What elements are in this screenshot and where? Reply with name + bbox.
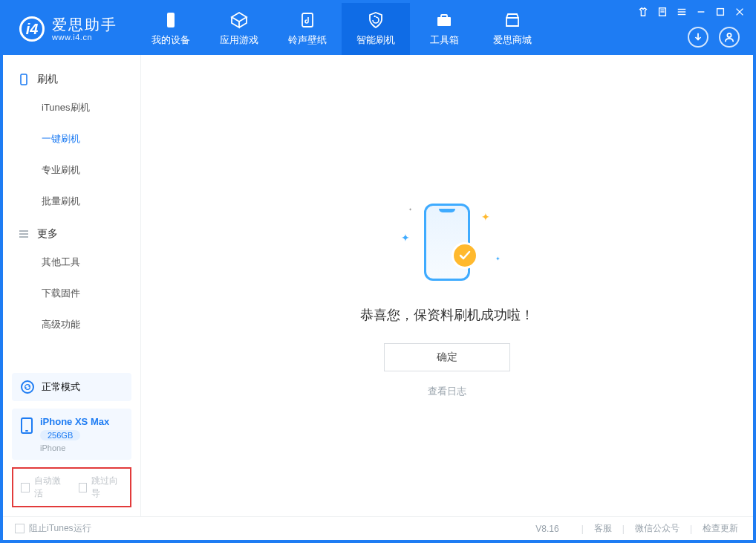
tab-smart-flash[interactable]: 智能刷机 xyxy=(342,3,410,55)
checkbox-box-icon xyxy=(15,524,25,533)
checkbox-label: 跳过向导 xyxy=(91,475,123,500)
download-button[interactable] xyxy=(688,27,708,48)
header-right-buttons xyxy=(688,27,740,48)
sync-icon xyxy=(21,380,34,394)
sidebar-group-flash[interactable]: 刷机 xyxy=(3,62,140,92)
device-type: iPhone xyxy=(40,443,109,452)
brand-url: www.i4.cn xyxy=(52,33,117,42)
phone-icon xyxy=(18,74,30,85)
footer-link-check-update[interactable]: 检查更新 xyxy=(700,522,741,535)
checkbox-label: 阻止iTunes运行 xyxy=(29,522,91,535)
account-button[interactable] xyxy=(719,27,740,48)
device-name: iPhone XS Max xyxy=(40,416,109,427)
tab-store[interactable]: 爱思商城 xyxy=(478,3,547,55)
sparkle-icon: ✦ xyxy=(481,211,490,223)
separator: | xyxy=(690,524,692,534)
device-capacity: 256GB xyxy=(40,430,80,440)
mode-status-card[interactable]: 正常模式 xyxy=(12,373,131,401)
device-icon xyxy=(162,11,180,29)
brand-name: 爱思助手 xyxy=(52,16,117,33)
ok-button[interactable]: 确定 xyxy=(384,343,510,371)
svg-rect-15 xyxy=(21,74,27,85)
separator: | xyxy=(622,524,625,534)
tab-label: 智能刷机 xyxy=(356,33,395,47)
footer-link-wechat[interactable]: 微信公众号 xyxy=(632,522,682,535)
sidebar-item-batch-flash[interactable]: 批量刷机 xyxy=(3,186,140,217)
svg-rect-0 xyxy=(167,13,175,27)
checkbox-auto-activate[interactable]: 自动激活 xyxy=(21,475,65,500)
checkbox-skip-guide[interactable]: 跳过向导 xyxy=(79,475,123,500)
sidebar-item-itunes-flash[interactable]: iTunes刷机 xyxy=(3,92,140,123)
tab-label: 爱思商城 xyxy=(493,33,532,47)
sparkle-icon: ✦ xyxy=(401,232,410,244)
success-panel: ✦ ✦ ✦ ✦ 恭喜您，保资料刷机成功啦！ 确定 查看日志 xyxy=(360,204,534,398)
device-card[interactable]: iPhone XS Max 256GB iPhone xyxy=(12,409,131,460)
checkbox-box-icon xyxy=(79,483,88,492)
success-title: 恭喜您，保资料刷机成功啦！ xyxy=(360,306,534,324)
app-window: i4 爱思助手 www.i4.cn 我的设备 应用游戏 铃声壁纸 智能刷机 xyxy=(0,0,756,543)
music-file-icon xyxy=(299,11,316,29)
sparkle-icon: ✦ xyxy=(408,207,412,212)
footer-link-support[interactable]: 客服 xyxy=(591,522,615,535)
note-icon[interactable] xyxy=(656,6,668,18)
shirt-icon[interactable] xyxy=(637,6,649,18)
tab-label: 工具箱 xyxy=(430,33,459,47)
check-badge-icon xyxy=(452,242,478,269)
tab-toolbox[interactable]: 工具箱 xyxy=(410,3,478,55)
sidebar-lower: 正常模式 iPhone XS Max 256GB iPhone 自动激活 xyxy=(3,364,140,516)
toolbox-icon xyxy=(435,11,453,29)
checkbox-box-icon xyxy=(21,483,30,492)
store-icon xyxy=(504,11,521,29)
body: 刷机 iTunes刷机 一键刷机 专业刷机 批量刷机 更多 其他工具 下载固件 … xyxy=(3,55,753,516)
window-controls xyxy=(637,6,746,18)
checkbox-row-highlight: 自动激活 跳过向导 xyxy=(12,467,131,507)
view-log-link[interactable]: 查看日志 xyxy=(428,385,466,398)
separator: | xyxy=(581,524,584,534)
device-info: iPhone XS Max 256GB iPhone xyxy=(40,416,109,452)
main-content: ✦ ✦ ✦ ✦ 恭喜您，保资料刷机成功啦！ 确定 查看日志 xyxy=(141,55,753,516)
svg-rect-1 xyxy=(302,13,313,27)
logo[interactable]: i4 爱思助手 www.i4.cn xyxy=(3,16,131,42)
sidebar-item-one-click-flash[interactable]: 一键刷机 xyxy=(3,123,140,155)
tab-label: 铃声壁纸 xyxy=(288,33,327,47)
menu-icon[interactable] xyxy=(676,6,688,18)
group-title: 刷机 xyxy=(37,73,58,86)
sidebar-item-download-firmware[interactable]: 下载固件 xyxy=(3,278,140,309)
version-label: V8.16 xyxy=(535,524,558,534)
group-title: 更多 xyxy=(37,227,58,241)
sidebar-item-other-tools[interactable]: 其他工具 xyxy=(3,247,140,278)
footer: 阻止iTunes运行 V8.16 | 客服 | 微信公众号 | 检查更新 xyxy=(3,516,753,540)
svg-rect-11 xyxy=(717,9,724,16)
close-icon[interactable] xyxy=(734,6,746,18)
svg-point-14 xyxy=(727,33,731,37)
svg-rect-3 xyxy=(441,15,447,18)
checkbox-block-itunes[interactable]: 阻止iTunes运行 xyxy=(15,522,91,535)
sidebar-scroll: 刷机 iTunes刷机 一键刷机 专业刷机 批量刷机 更多 其他工具 下载固件 … xyxy=(3,55,140,364)
tab-my-device[interactable]: 我的设备 xyxy=(137,3,205,55)
checkbox-label: 自动激活 xyxy=(34,475,65,500)
logo-icon: i4 xyxy=(19,16,45,42)
maximize-icon[interactable] xyxy=(714,6,726,18)
device-phone-icon xyxy=(21,417,33,434)
tab-label: 应用游戏 xyxy=(220,33,258,47)
header: i4 爱思助手 www.i4.cn 我的设备 应用游戏 铃声壁纸 智能刷机 xyxy=(3,3,753,55)
logo-text: 爱思助手 www.i4.cn xyxy=(52,16,117,42)
sidebar-group-more[interactable]: 更多 xyxy=(3,217,140,247)
success-illustration: ✦ ✦ ✦ ✦ xyxy=(388,204,506,293)
sidebar-item-pro-flash[interactable]: 专业刷机 xyxy=(3,155,140,186)
tab-apps-games[interactable]: 应用游戏 xyxy=(205,3,273,55)
sidebar-item-advanced[interactable]: 高级功能 xyxy=(3,309,140,340)
tab-ringtone-wallpaper[interactable]: 铃声壁纸 xyxy=(273,3,342,55)
sparkle-icon: ✦ xyxy=(495,256,501,262)
sidebar: 刷机 iTunes刷机 一键刷机 专业刷机 批量刷机 更多 其他工具 下载固件 … xyxy=(3,55,141,516)
shield-sync-icon xyxy=(367,11,385,29)
cube-icon xyxy=(230,11,248,29)
minimize-icon[interactable] xyxy=(695,6,707,18)
list-icon xyxy=(18,228,30,240)
top-nav: 我的设备 应用游戏 铃声壁纸 智能刷机 工具箱 爱思商城 xyxy=(137,3,547,55)
tab-label: 我的设备 xyxy=(151,33,190,47)
mode-status-label: 正常模式 xyxy=(42,380,80,394)
